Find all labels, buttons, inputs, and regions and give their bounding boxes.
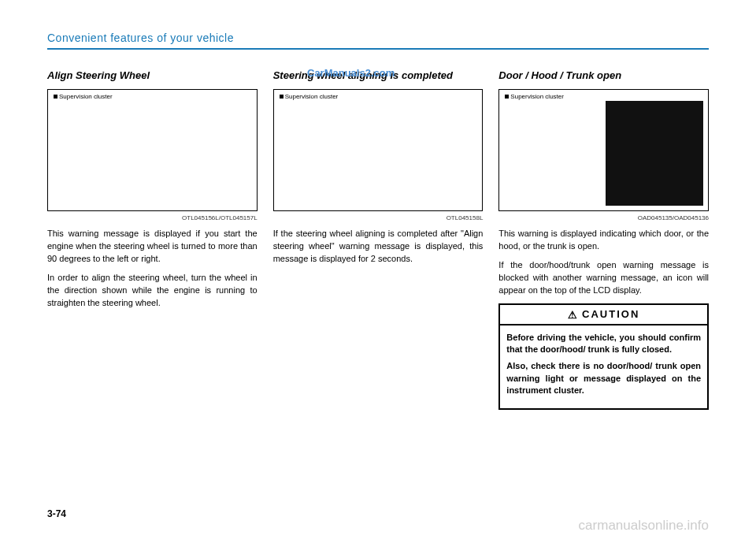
body-text: This warning message is displayed if you… bbox=[47, 228, 258, 266]
figure-code-3: OAD045135/OAD045136 bbox=[498, 214, 709, 221]
caution-body: Before driving the vehicle, you should c… bbox=[500, 325, 707, 408]
caution-title: CAUTION bbox=[582, 308, 639, 320]
watermark-top: CarManuals2.com bbox=[307, 67, 395, 79]
body-text: This warning is displayed indicating whi… bbox=[498, 228, 709, 253]
header-divider bbox=[47, 48, 709, 50]
figure-label-2: Supervision cluster bbox=[277, 93, 480, 100]
caution-text: Before driving the vehicle, you should c… bbox=[506, 332, 701, 356]
page-number: 3-74 bbox=[47, 508, 66, 519]
figure-box-1: Supervision cluster bbox=[47, 89, 258, 211]
chapter-header: Convenient features of your vehicle bbox=[47, 32, 709, 44]
lcd-display-graphic bbox=[606, 101, 703, 206]
figure-label-1: Supervision cluster bbox=[51, 93, 254, 100]
watermark-bottom: carmanualsonline.info bbox=[579, 518, 709, 534]
figure-box-3: Supervision cluster bbox=[498, 89, 709, 211]
body-text: If the steering wheel aligning is comple… bbox=[273, 228, 484, 266]
caution-box: ⚠CAUTION Before driving the vehicle, you… bbox=[498, 303, 709, 410]
warning-triangle-icon: ⚠ bbox=[568, 309, 579, 321]
section-title-door: Door / Hood / Trunk open bbox=[498, 69, 709, 83]
section-title-align: Align Steering Wheel bbox=[47, 69, 258, 83]
column-3: Door / Hood / Trunk open Supervision clu… bbox=[498, 69, 709, 410]
fig-label-text-3: Supervision cluster bbox=[510, 93, 564, 100]
square-bullet-icon bbox=[280, 95, 284, 99]
figure-code-1: OTL045156L/OTL045157L bbox=[47, 214, 258, 221]
figure-label-3: Supervision cluster bbox=[502, 93, 705, 100]
fig-label-text-2: Supervision cluster bbox=[285, 93, 339, 100]
column-2: Steering wheel aligning is completed Sup… bbox=[273, 69, 484, 410]
body-text: In order to align the steering wheel, tu… bbox=[47, 272, 258, 310]
square-bullet-icon bbox=[54, 95, 57, 99]
figure-code-2: OTL045158L bbox=[273, 214, 484, 221]
figure-box-2: Supervision cluster bbox=[273, 89, 484, 211]
body-text: If the door/hood/trunk open warning mess… bbox=[498, 259, 709, 297]
caution-header: ⚠CAUTION bbox=[500, 305, 707, 325]
fig-label-text-1: Supervision cluster bbox=[59, 93, 113, 100]
content-columns: Align Steering Wheel Supervision cluster… bbox=[47, 69, 709, 410]
column-1: Align Steering Wheel Supervision cluster… bbox=[47, 69, 258, 410]
caution-text: Also, check there is no door/hood/ trunk… bbox=[506, 360, 701, 396]
square-bullet-icon bbox=[505, 95, 509, 99]
